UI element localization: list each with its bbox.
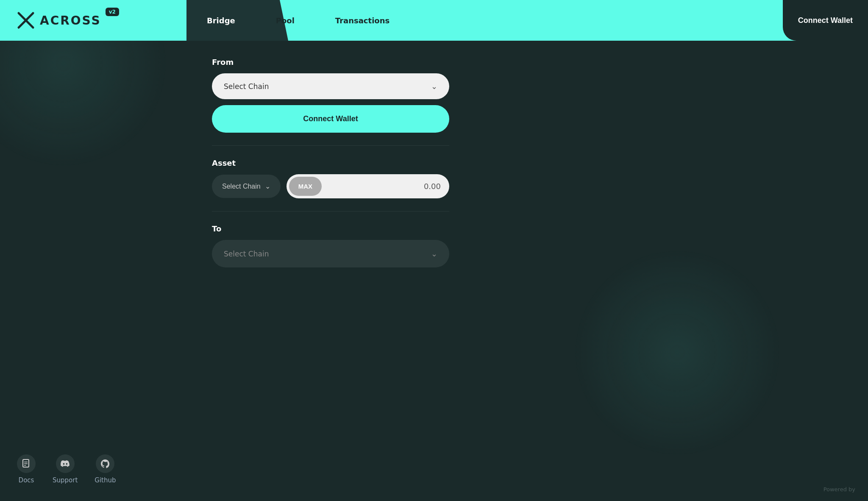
logo-text: ACROSS — [40, 14, 101, 28]
docs-label: Docs — [19, 476, 34, 484]
asset-row: Select Chain ⌄ MAX 0.00 — [212, 174, 449, 198]
support-icon — [56, 454, 75, 473]
nav-pool[interactable]: Pool — [256, 0, 315, 41]
amount-input-wrapper: MAX 0.00 — [287, 174, 449, 198]
asset-select-placeholder: Select Chain — [222, 183, 261, 190]
nav-transactions[interactable]: Transactions — [315, 0, 410, 41]
version-badge: v2 — [106, 8, 119, 16]
logo-area: ACROSS v2 — [0, 0, 186, 41]
from-chain-dropdown[interactable]: Select Chain ⌄ — [212, 73, 449, 99]
from-label: From — [212, 58, 449, 67]
header-nav: Bridge Pool Transactions Connect Wallet — [186, 0, 868, 41]
docs-icon — [17, 454, 36, 473]
divider-1 — [212, 145, 449, 146]
svg-line-0 — [19, 13, 25, 20]
from-chain-chevron-icon: ⌄ — [431, 82, 437, 91]
asset-chevron-icon: ⌄ — [265, 182, 270, 190]
to-label: To — [212, 224, 449, 233]
from-section: From Select Chain ⌄ Connect Wallet — [212, 58, 449, 133]
asset-label: Asset — [212, 159, 449, 167]
to-chain-chevron-icon: ⌄ — [431, 249, 437, 258]
nav-bridge[interactable]: Bridge — [186, 0, 256, 41]
sidebar-footer: Docs Support Github — [17, 454, 170, 484]
amount-value: 0.00 — [327, 182, 441, 191]
github-icon — [96, 454, 114, 473]
from-chain-placeholder: Select Chain — [224, 82, 269, 91]
to-chain-dropdown[interactable]: Select Chain ⌄ — [212, 240, 449, 267]
powered-by: Powered by — [823, 486, 855, 493]
sidebar-support-item[interactable]: Support — [53, 454, 78, 484]
svg-line-1 — [26, 21, 33, 28]
sidebar-docs-item[interactable]: Docs — [17, 454, 36, 484]
svg-line-3 — [19, 21, 25, 28]
sidebar-github-item[interactable]: Github — [95, 454, 116, 484]
sidebar: Docs Support Github — [0, 41, 186, 501]
to-section: To Select Chain ⌄ — [212, 224, 449, 267]
svg-rect-4 — [23, 459, 29, 467]
svg-line-2 — [26, 13, 33, 20]
max-button[interactable]: MAX — [289, 177, 322, 196]
bridge-area: From Select Chain ⌄ Connect Wallet Asset… — [186, 41, 475, 501]
divider-2 — [212, 211, 449, 212]
main-content: Docs Support Github — [0, 41, 868, 501]
connect-wallet-header-button[interactable]: Connect Wallet — [783, 0, 868, 41]
connect-wallet-main-button[interactable]: Connect Wallet — [212, 105, 449, 133]
asset-section: Asset Select Chain ⌄ MAX 0.00 — [212, 159, 449, 198]
github-label: Github — [95, 476, 116, 484]
to-chain-placeholder: Select Chain — [224, 250, 269, 258]
asset-select-button[interactable]: Select Chain ⌄ — [212, 175, 281, 198]
support-label: Support — [53, 476, 78, 484]
logo-icon — [17, 11, 35, 29]
header: ACROSS v2 Bridge Pool Transactions Conne… — [0, 0, 868, 41]
